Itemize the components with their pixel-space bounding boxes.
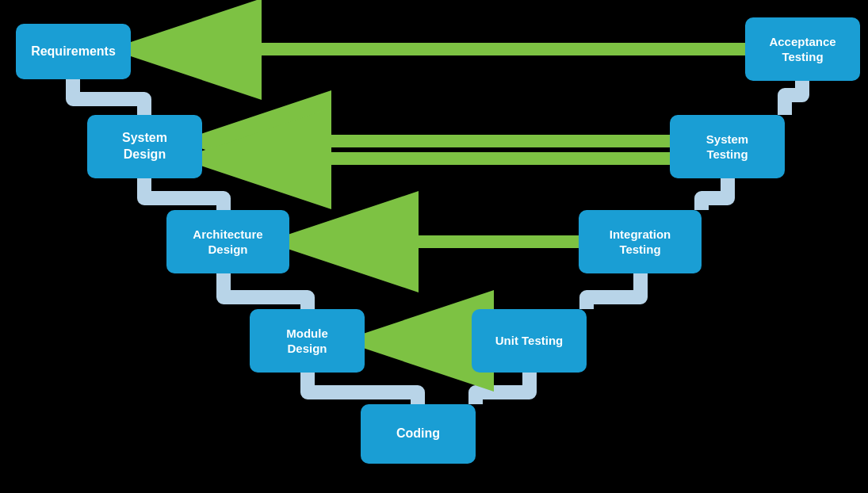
acceptance-testing-box: AcceptanceTesting [745, 17, 860, 81]
v-model-diagram: Requirements AcceptanceTesting SystemDes… [0, 0, 868, 493]
coding-box: Coding [361, 404, 476, 464]
integration-testing-box: IntegrationTesting [579, 210, 702, 273]
unit-testing-box: Unit Testing [472, 309, 587, 373]
system-design-box: SystemDesign [87, 115, 202, 178]
requirements-box: Requirements [16, 24, 131, 79]
architecture-design-box: ArchitectureDesign [166, 210, 289, 273]
module-design-box: ModuleDesign [250, 309, 365, 373]
system-testing-box: SystemTesting [670, 115, 785, 178]
